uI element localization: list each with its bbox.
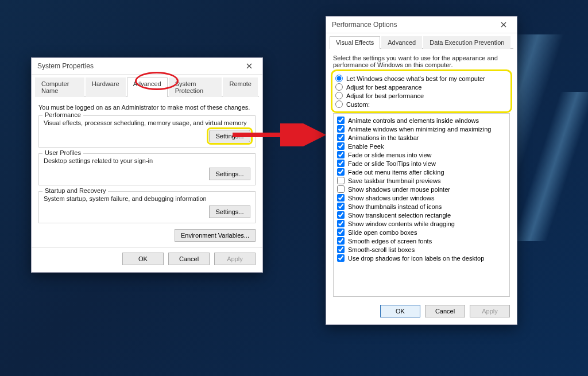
tab-computer-name[interactable]: Computer Name (35, 77, 84, 97)
check-label: Slide open combo boxes (348, 229, 417, 236)
checkbox-input[interactable] (337, 246, 345, 253)
checkbox-input[interactable] (337, 185, 345, 193)
check-label: Enable Peek (348, 143, 384, 150)
startup-settings-button[interactable]: Settings... (209, 206, 250, 218)
ok-button[interactable]: OK (380, 305, 420, 317)
check-option[interactable]: Fade or slide menus into view (337, 150, 506, 159)
check-label: Show thumbnails instead of icons (348, 203, 442, 210)
check-label: Show shadows under mouse pointer (348, 186, 450, 193)
checkbox-input[interactable] (337, 203, 345, 210)
check-option[interactable]: Show shadows under windows (337, 193, 506, 202)
check-label: Show window contents while dragging (348, 220, 455, 227)
radio-label: Let Windows choose what's best for my co… (346, 75, 485, 82)
tab-advanced[interactable]: Advanced (381, 36, 422, 49)
checkbox-input[interactable] (337, 125, 345, 133)
check-option[interactable]: Animate controls and elements inside win… (337, 116, 506, 125)
checkbox-input[interactable] (337, 151, 345, 158)
check-label: Show translucent selection rectangle (348, 212, 451, 219)
cancel-button[interactable]: Cancel (425, 305, 465, 317)
check-option[interactable]: Smooth-scroll list boxes (337, 245, 506, 254)
system-properties-dialog: System Properties Computer NameHardwareA… (31, 57, 263, 273)
close-icon[interactable] (494, 19, 513, 30)
check-label: Smooth-scroll list boxes (348, 246, 415, 253)
checkbox-input[interactable] (337, 220, 345, 227)
check-option[interactable]: Show window contents while dragging (337, 219, 506, 228)
radio-input[interactable] (335, 83, 343, 91)
tab-data-execution-prevention[interactable]: Data Execution Prevention (423, 36, 510, 49)
user-profiles-settings-button[interactable]: Settings... (209, 168, 250, 180)
radio-input[interactable] (335, 75, 343, 82)
tab-strip: Computer NameHardwareAdvancedSystem Prot… (35, 77, 259, 97)
check-option[interactable]: Fade or slide ToolTips into view (337, 159, 506, 168)
radio-input[interactable] (335, 92, 343, 99)
checkbox-input[interactable] (337, 117, 345, 124)
apply-button[interactable]: Apply (214, 253, 256, 265)
admin-note: You must be logged on as an Administrato… (38, 104, 256, 111)
window-title: System Properties (37, 62, 94, 70)
checkbox-input[interactable] (337, 142, 345, 150)
check-option[interactable]: Enable Peek (337, 142, 506, 150)
check-label: Animate windows when minimizing and maxi… (348, 126, 491, 133)
group-desc: System startup, system failure, and debu… (44, 195, 250, 202)
group-desc: Visual effects, processor scheduling, me… (44, 119, 250, 126)
group-desc: Desktop settings related to your sign-in (44, 157, 250, 164)
checkbox-input[interactable] (337, 177, 345, 184)
checkbox-input[interactable] (337, 134, 345, 141)
radio-option[interactable]: Let Windows choose what's best for my co… (335, 74, 508, 83)
performance-options-dialog: Performance Options Visual EffectsAdvanc… (326, 16, 517, 325)
group-legend: Performance (42, 111, 83, 118)
ok-button[interactable]: OK (122, 253, 164, 265)
checkbox-input[interactable] (337, 211, 345, 219)
check-label: Fade out menu items after clicking (348, 169, 444, 176)
dialog-button-row: OK Cancel Apply (32, 247, 262, 272)
checkbox-input[interactable] (337, 194, 345, 201)
group-startup-recovery: Startup and Recovery System startup, sys… (38, 191, 256, 223)
check-option[interactable]: Animate windows when minimizing and maxi… (337, 125, 506, 133)
checkbox-input[interactable] (337, 168, 345, 176)
group-performance: Performance Visual effects, processor sc… (38, 115, 256, 148)
check-option[interactable]: Smooth edges of screen fonts (337, 237, 506, 245)
titlebar[interactable]: Performance Options (326, 17, 517, 33)
radio-label: Adjust for best appearance (346, 84, 421, 91)
radio-option[interactable]: Adjust for best performance (335, 91, 508, 100)
visual-effects-checklist[interactable]: Animate controls and elements inside win… (333, 113, 510, 297)
check-option[interactable]: Fade out menu items after clicking (337, 168, 506, 176)
group-legend: User Profiles (42, 149, 83, 156)
titlebar[interactable]: System Properties (32, 58, 262, 75)
environment-variables-button[interactable]: Environment Variables... (175, 229, 256, 242)
checkbox-input[interactable] (337, 228, 345, 236)
tab-visual-effects[interactable]: Visual Effects (330, 36, 380, 49)
cancel-button[interactable]: Cancel (168, 253, 210, 265)
check-option[interactable]: Save taskbar thumbnail previews (337, 176, 506, 185)
check-option[interactable]: Show shadows under mouse pointer (337, 185, 506, 193)
checkbox-input[interactable] (337, 254, 345, 262)
checkbox-input[interactable] (337, 160, 345, 167)
radio-group-visual-effects: Let Windows choose what's best for my co… (333, 72, 510, 111)
dialog-button-row: OK Cancel Apply (326, 300, 517, 324)
tab-strip: Visual EffectsAdvancedData Execution Pre… (330, 36, 513, 49)
check-option[interactable]: Animations in the taskbar (337, 133, 506, 142)
tab-system-protection[interactable]: System Protection (169, 77, 222, 97)
check-option[interactable]: Use drop shadows for icon labels on the … (337, 254, 506, 262)
performance-settings-button[interactable]: Settings... (209, 130, 250, 142)
check-label: Fade or slide menus into view (348, 152, 432, 158)
check-option[interactable]: Show thumbnails instead of icons (337, 202, 506, 211)
checkbox-input[interactable] (337, 237, 345, 245)
radio-option[interactable]: Custom: (335, 100, 508, 108)
radio-input[interactable] (335, 100, 343, 108)
check-option[interactable]: Slide open combo boxes (337, 228, 506, 237)
tab-hardware[interactable]: Hardware (86, 77, 126, 97)
apply-button[interactable]: Apply (470, 305, 510, 317)
desktop-wallpaper: System Properties Computer NameHardwareA… (0, 0, 588, 376)
check-label: Fade or slide ToolTips into view (348, 160, 436, 167)
window-title: Performance Options (332, 21, 397, 29)
check-label: Smooth edges of screen fonts (348, 238, 432, 245)
tab-advanced[interactable]: Advanced (127, 77, 168, 97)
radio-option[interactable]: Adjust for best appearance (335, 83, 508, 91)
radio-label: Adjust for best performance (346, 92, 424, 99)
radio-label: Custom: (346, 101, 370, 108)
close-icon[interactable] (239, 60, 259, 72)
tab-remote[interactable]: Remote (223, 77, 258, 97)
check-label: Save taskbar thumbnail previews (348, 177, 440, 184)
check-option[interactable]: Show translucent selection rectangle (337, 211, 506, 219)
